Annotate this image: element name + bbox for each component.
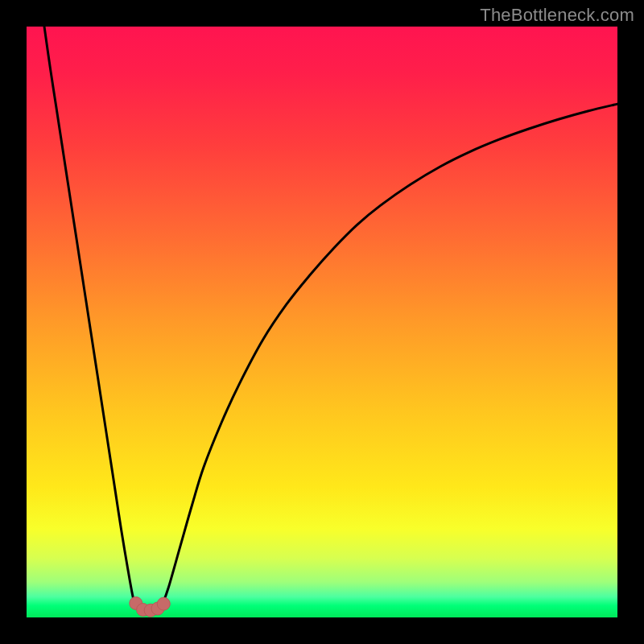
plot-area	[27, 27, 617, 617]
outer-frame: TheBottleneck.com	[0, 0, 644, 644]
chart-svg	[27, 27, 617, 617]
gradient-background	[27, 27, 617, 617]
valley-marker	[157, 597, 170, 610]
watermark-text: TheBottleneck.com	[480, 5, 634, 26]
